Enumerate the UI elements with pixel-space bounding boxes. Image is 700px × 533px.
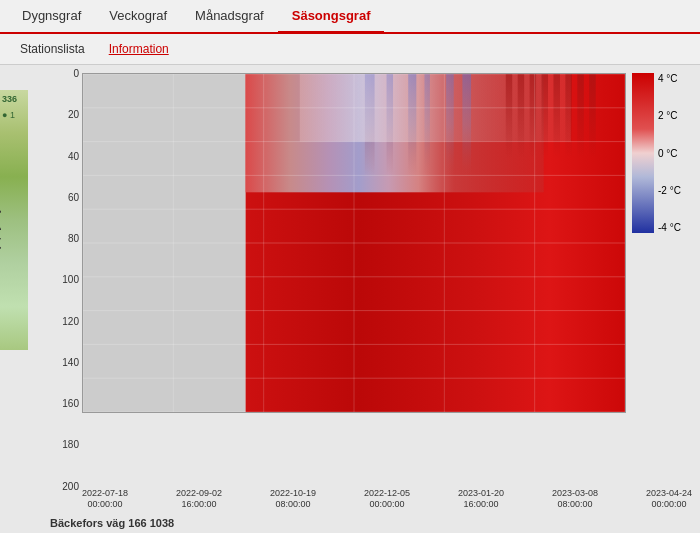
tab-stationslista[interactable]: Stationslista <box>8 38 97 60</box>
x-label: 2022-10-1908:00:00 <box>270 488 316 511</box>
chart-container: Markdjup [cm] 02040608010012014016018020… <box>0 65 700 515</box>
y-tick: 180 <box>62 439 82 450</box>
chart-area <box>82 73 626 413</box>
y-tick: 120 <box>62 315 82 326</box>
heatmap-canvas <box>83 74 625 412</box>
legend-label: 0 °C <box>658 148 681 159</box>
legend-label: 2 °C <box>658 110 681 121</box>
x-label: 2023-04-2400:00:00 <box>646 488 692 511</box>
y-tick: 160 <box>62 398 82 409</box>
tab-sasongsgraf[interactable]: Säsongsgraf <box>278 0 385 34</box>
y-axis-label: Markdjup [cm] <box>0 210 1 279</box>
second-navigation: Stationslista Information <box>0 34 700 65</box>
tab-information[interactable]: Information <box>97 38 181 60</box>
top-navigation: Dygnsgraf Veckograf Månadsgraf Säsongsgr… <box>0 0 700 34</box>
x-label: 2023-03-0808:00:00 <box>552 488 598 511</box>
y-tick: 80 <box>68 233 82 244</box>
y-tick: 100 <box>62 274 82 285</box>
tab-dygnsgraf[interactable]: Dygnsgraf <box>8 0 95 34</box>
x-label: 2022-09-0216:00:00 <box>176 488 222 511</box>
y-tick: 200 <box>62 480 82 491</box>
tab-veckograf[interactable]: Veckograf <box>95 0 181 34</box>
legend-label: 4 °C <box>658 73 681 84</box>
y-axis: Markdjup [cm] 02040608010012014016018020… <box>32 73 82 486</box>
legend: 4 °C2 °C0 °C-2 °C-4 °C <box>632 73 692 486</box>
x-axis: 2022-07-1800:00:002022-09-0216:00:002022… <box>32 486 692 511</box>
x-label: 2022-07-1800:00:00 <box>82 488 128 511</box>
x-label: 2023-01-2016:00:00 <box>458 488 504 511</box>
station-label: Bäckefors väg 166 1038 <box>0 515 700 533</box>
legend-canvas <box>632 73 654 233</box>
y-tick: 20 <box>68 109 82 120</box>
y-tick: 140 <box>62 356 82 367</box>
y-tick: 40 <box>68 150 82 161</box>
y-tick: 60 <box>68 191 82 202</box>
legend-labels: 4 °C2 °C0 °C-2 °C-4 °C <box>658 73 681 233</box>
y-tick: 0 <box>73 68 82 79</box>
tab-manadsgraf[interactable]: Månadsgraf <box>181 0 278 34</box>
legend-label: -2 °C <box>658 185 681 196</box>
legend-label: -4 °C <box>658 222 681 233</box>
x-label: 2022-12-0500:00:00 <box>364 488 410 511</box>
